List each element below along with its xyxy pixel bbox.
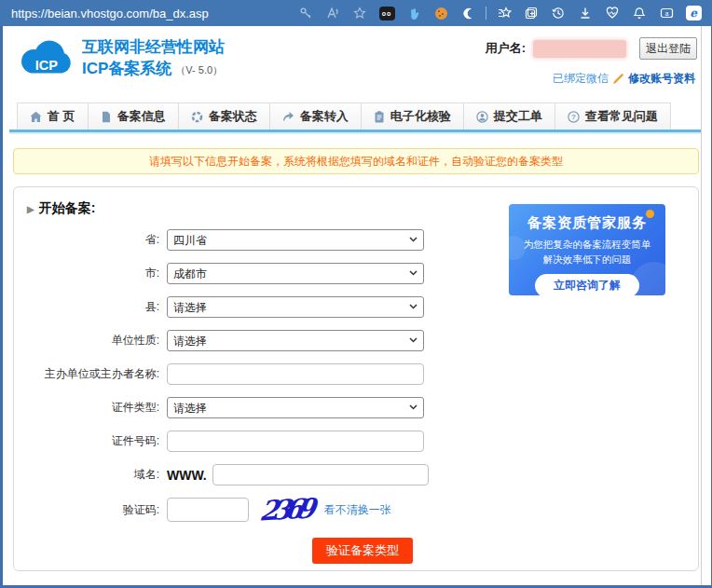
promo-title: 备案资质管家服务 [509,214,665,232]
captcha-image[interactable]: 2369 [258,497,310,524]
collections-icon[interactable] [522,4,541,22]
city-select[interactable]: 成都市 [167,263,424,284]
nav-underline-soft [9,132,701,134]
extension-adblock-icon[interactable]: oo [377,4,396,22]
hand-extension-icon[interactable] [404,4,423,22]
filing-form-panel: ▶ 开始备案: 省: 四川省 市: 成都市 县: 请选 [13,186,699,571]
organizer-name-input[interactable] [167,363,424,385]
arrow-bullet-icon: ▶ [27,204,34,214]
domain-input[interactable] [212,464,429,485]
browser-topbar: https://beian.vhostgo.com/ba_dx.asp oo [0,0,712,26]
domain-label: 域名: [27,467,167,483]
cert-type-label: 证件类型: [27,400,167,416]
edge-sidebar-icon[interactable]: e [684,4,703,22]
tab-label: 电子化核验 [390,108,451,125]
site-header: ICP 互联网非经营性网站 ICP备案系统（V- 5.0） 用户名: 退出登陆 … [0,26,701,103]
province-select[interactable]: 四川省 [167,229,424,251]
tab-filing-info[interactable]: 备案信息 [88,103,178,130]
browser-toolbar: oo a e [296,4,703,22]
logout-button[interactable]: 退出登陆 [639,37,697,60]
add-favorite-star-icon[interactable] [350,4,369,22]
county-label: 县: [27,299,167,315]
captcha-refresh-link[interactable]: 看不清换一张 [324,502,391,518]
county-select[interactable]: 请选择 [167,296,424,318]
site-title-line2: ICP备案系统（V- 5.0） [82,58,225,81]
tab-label: 备案转入 [300,108,349,125]
wechat-bound-link[interactable]: 已绑定微信 [553,71,609,87]
tab-filing-status[interactable]: 备案状态 [178,103,269,130]
pencil-icon [612,73,624,85]
home-icon [30,111,42,123]
city-label: 市: [27,266,167,281]
username-label: 用户名: [486,40,526,57]
edit-account-link[interactable]: 修改账号资料 [628,71,695,87]
notice-banner: 请填写以下信息开始备案，系统将根据您填写的域名和证件，自动验证您的备案类型 [13,148,699,174]
site-title-line1: 互联网非经营性网站 [82,37,225,58]
crescent-extension-icon[interactable] [459,4,477,22]
tab-label: 备案信息 [117,108,166,125]
address-bar-url[interactable]: https://beian.vhostgo.com/ba_dx.asp [11,7,209,21]
password-key-icon[interactable] [296,4,315,22]
svg-text:a: a [664,10,668,17]
clipboard-icon [374,111,385,123]
icp-cloud-logo-icon: ICP [15,34,75,84]
tab-label: 提交工单 [494,108,542,125]
header-account-area: 用户名: 退出登陆 已绑定微信 修改账号资料 [455,37,697,87]
verify-filing-type-button[interactable]: 验证备案类型 [312,538,413,564]
scrollbar-gutter[interactable] [701,26,711,585]
promo-line1: 为您把复杂的备案流程变简单 [509,239,665,252]
province-label: 省: [27,232,167,248]
tab-label: 首 页 [48,108,75,125]
org-type-select[interactable]: 请选择 [167,330,424,351]
captcha-input[interactable] [167,498,249,522]
svg-text:ICP: ICP [35,58,59,73]
notifications-bell-icon[interactable] [630,4,649,22]
toolbar-divider [486,7,486,20]
transfer-arrow-icon [282,111,294,122]
status-circle-icon [191,111,203,123]
cert-number-label: 证件号码: [27,433,167,449]
tab-home[interactable]: 首 页 [17,103,88,130]
cert-type-select[interactable]: 请选择 [167,397,424,418]
favorites-bar-icon[interactable] [495,4,513,22]
tab-filing-transfer[interactable]: 备案转入 [269,103,361,130]
username-redacted [533,40,626,58]
tab-e-verification[interactable]: 电子化核验 [361,103,463,130]
tab-label: 查看常见问题 [585,108,658,125]
read-aloud-icon[interactable] [323,4,342,22]
main-nav: 首 页 备案信息 备案状态 备案转入 电子化核验 提交工单 ? 查看常见问题 [0,103,701,130]
promo-consult-button[interactable]: 立即咨询了解 [535,274,639,295]
version-label: （V- 5.0） [175,64,223,75]
tab-submit-ticket[interactable]: 提交工单 [463,103,555,130]
www-prefix: WWW. [167,468,207,483]
promo-banner: 备案资质管家服务 为您把复杂的备案流程变简单 解决效率低下的问题 立即咨询了解 [509,204,665,295]
question-icon: ? [568,111,580,123]
form-title: 开始备案: [39,200,96,217]
svg-text:?: ? [571,113,576,121]
cert-number-input[interactable] [167,431,424,452]
person-icon [476,111,488,123]
workspaces-icon[interactable]: a [657,4,676,22]
captcha-label: 验证码: [27,502,167,518]
document-icon [101,111,112,123]
promo-line2: 解决效率低下的问题 [509,253,665,267]
history-icon[interactable] [549,4,568,22]
organizer-name-label: 主办单位或主办者名称: [27,366,167,382]
page-content: ICP 互联网非经营性网站 ICP备案系统（V- 5.0） 用户名: 退出登陆 … [0,26,701,585]
tab-faq[interactable]: ? 查看常见问题 [555,103,671,130]
site-title: 互联网非经营性网站 ICP备案系统（V- 5.0） [82,37,225,81]
browser-essentials-icon[interactable] [603,4,622,22]
downloads-icon[interactable] [576,4,595,22]
window-edge-left [0,0,3,588]
tab-label: 备案状态 [209,108,257,125]
org-type-label: 单位性质: [27,333,167,349]
cookie-extension-icon[interactable] [431,4,450,22]
